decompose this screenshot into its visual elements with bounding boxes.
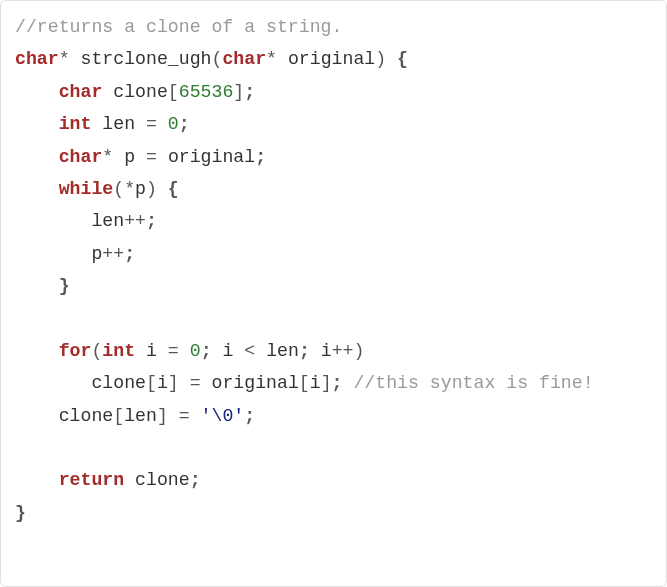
- keyword-while: while: [59, 179, 114, 199]
- var-i: i: [321, 341, 332, 361]
- semicolon: ;: [179, 114, 190, 134]
- var-i: i: [310, 373, 321, 393]
- rbrace: }: [59, 276, 70, 296]
- keyword-char: char: [59, 147, 103, 167]
- star-op: *: [59, 49, 70, 69]
- space: [201, 373, 212, 393]
- semicolon: ;: [255, 147, 266, 167]
- var-i: i: [222, 341, 233, 361]
- comment-inline: //this syntax is fine!: [353, 373, 593, 393]
- space: [135, 147, 146, 167]
- space: [157, 114, 168, 134]
- rbracket: ]: [157, 406, 168, 426]
- space: [135, 341, 146, 361]
- rbracket: ]: [233, 82, 244, 102]
- indent: [15, 373, 91, 393]
- var-p: p: [124, 147, 135, 167]
- equals-op: =: [146, 147, 157, 167]
- var-i: i: [146, 341, 157, 361]
- lbrace: {: [397, 49, 408, 69]
- keyword-int: int: [102, 341, 135, 361]
- var-p: p: [135, 179, 146, 199]
- space: [310, 341, 321, 361]
- space: [233, 341, 244, 361]
- space: [91, 114, 102, 134]
- indent: [15, 211, 91, 231]
- space: [168, 406, 179, 426]
- var-len: len: [124, 406, 157, 426]
- keyword-char: char: [15, 49, 59, 69]
- var-i: i: [157, 373, 168, 393]
- lt-op: <: [244, 341, 255, 361]
- incr-op: ++: [102, 244, 124, 264]
- number-literal: 65536: [179, 82, 234, 102]
- space: [179, 373, 190, 393]
- lbracket: [: [113, 406, 124, 426]
- param-original: original: [288, 49, 375, 69]
- indent: [15, 82, 59, 102]
- lbracket: [: [299, 373, 310, 393]
- semicolon: ;: [201, 341, 212, 361]
- var-clone: clone: [113, 82, 168, 102]
- lbrace: {: [168, 179, 179, 199]
- code-block: //returns a clone of a string. char* str…: [0, 0, 667, 587]
- lparen: (: [91, 341, 102, 361]
- space: [113, 147, 124, 167]
- function-name: strclone_ugh: [81, 49, 212, 69]
- var-original: original: [212, 373, 299, 393]
- var-clone: clone: [135, 470, 190, 490]
- code-content: //returns a clone of a string. char* str…: [15, 11, 652, 529]
- equals-op: =: [190, 373, 201, 393]
- var-len: len: [102, 114, 135, 134]
- number-literal: 0: [168, 114, 179, 134]
- indent: [15, 114, 59, 134]
- rbracket: ]: [321, 373, 332, 393]
- equals-op: =: [168, 341, 179, 361]
- lparen: (: [212, 49, 223, 69]
- var-len: len: [91, 211, 124, 231]
- rbrace: }: [15, 503, 26, 523]
- space: [277, 49, 288, 69]
- keyword-char: char: [59, 82, 103, 102]
- space: [212, 341, 223, 361]
- indent: [15, 406, 59, 426]
- indent: [15, 341, 59, 361]
- comment-line: //returns a clone of a string.: [15, 17, 342, 37]
- semicolon: ;: [244, 406, 255, 426]
- space: [124, 470, 135, 490]
- var-original: original: [168, 147, 255, 167]
- keyword-return: return: [59, 470, 125, 490]
- indent: [15, 179, 59, 199]
- equals-op: =: [146, 114, 157, 134]
- space: [102, 82, 113, 102]
- space: [255, 341, 266, 361]
- deref-op: *: [124, 179, 135, 199]
- rparen: ): [354, 341, 365, 361]
- star-op: *: [266, 49, 277, 69]
- keyword-char: char: [222, 49, 266, 69]
- space: [157, 179, 168, 199]
- number-literal: 0: [190, 341, 201, 361]
- char-literal: '\0': [201, 406, 245, 426]
- space: [157, 147, 168, 167]
- space: [157, 341, 168, 361]
- semicolon: ;: [332, 373, 343, 393]
- semicolon: ;: [244, 82, 255, 102]
- var-clone: clone: [59, 406, 114, 426]
- var-len: len: [266, 341, 299, 361]
- semicolon: ;: [299, 341, 310, 361]
- space: [343, 373, 354, 393]
- rparen: ): [146, 179, 157, 199]
- incr-op: ++: [332, 341, 354, 361]
- var-clone: clone: [91, 373, 146, 393]
- space: [135, 114, 146, 134]
- keyword-for: for: [59, 341, 92, 361]
- space: [179, 341, 190, 361]
- var-p: p: [91, 244, 102, 264]
- indent: [15, 244, 91, 264]
- equals-op: =: [179, 406, 190, 426]
- space: [190, 406, 201, 426]
- rparen: ): [375, 49, 386, 69]
- incr-op: ++: [124, 211, 146, 231]
- semicolon: ;: [146, 211, 157, 231]
